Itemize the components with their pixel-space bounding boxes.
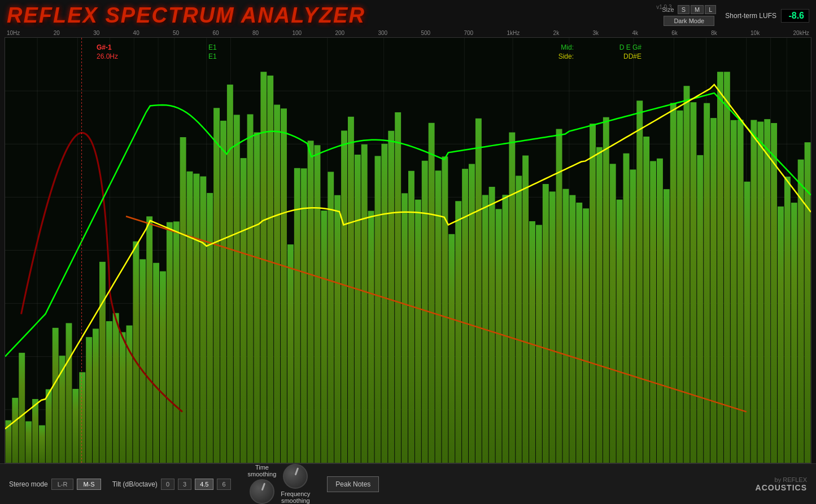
tilt-45-button[interactable]: 4.5 <box>195 479 213 490</box>
freq-smoothing-knob[interactable] <box>283 464 308 489</box>
lufs-value: -8.6 <box>781 9 809 23</box>
freq-smoothing-label: Frequencysmoothing <box>281 490 310 504</box>
spectrum-container: 10dB intervals G#-1 26.0Hz E1 E1 Mid: D … <box>5 37 811 463</box>
freq-8k: 8k <box>711 30 717 36</box>
lufs-label: Short-term LUFS <box>725 12 776 20</box>
freq-200: 200 <box>335 30 344 36</box>
size-m-button[interactable]: M <box>691 5 704 14</box>
freq-50: 50 <box>173 30 179 36</box>
freq-3k: 3k <box>593 30 599 36</box>
freq-labels: 10Hz 20 30 40 50 60 80 100 200 300 500 7… <box>5 30 811 36</box>
freq-6k: 6k <box>671 30 678 36</box>
by-text: by REFLEX <box>756 476 807 483</box>
tilt-label: Tilt (dB/octave) <box>112 480 158 488</box>
freq-700: 700 <box>464 30 473 36</box>
time-smoothing-group: Timesmoothing <box>248 464 277 504</box>
size-s-button[interactable]: S <box>678 5 690 14</box>
freq-10hz: 10Hz <box>7 30 20 36</box>
peak-notes-button[interactable]: Peak Notes <box>327 476 379 492</box>
time-smoothing-label: Timesmoothing <box>248 464 277 477</box>
freq-1khz: 1kHz <box>507 30 520 36</box>
freq-10k: 10k <box>750 30 760 36</box>
branding: by REFLEX ACOUSTICS <box>756 476 807 492</box>
freq-500: 500 <box>421 30 430 36</box>
time-smoothing-knob[interactable] <box>250 479 274 504</box>
tilt-3-button[interactable]: 3 <box>178 479 191 490</box>
tilt-0-button[interactable]: 0 <box>161 479 174 490</box>
app-container: REFLEX SPECTRUM ANALYZER v1.0.3 Size S M… <box>0 0 816 504</box>
stereo-mode-group: Stereo mode L-R M-S <box>9 479 101 490</box>
dark-mode-button[interactable]: Dark Mode <box>664 16 714 26</box>
tilt-6-button[interactable]: 6 <box>217 479 230 490</box>
freq-40: 40 <box>133 30 139 36</box>
freq-300: 300 <box>378 30 387 36</box>
version-label: v1.0.3 <box>656 4 671 10</box>
knob-group: Timesmoothing Frequencysmoothing <box>248 464 311 504</box>
header: REFLEX SPECTRUM ANALYZER v1.0.3 Size S M… <box>0 0 816 30</box>
freq-20khz: 20kHz <box>793 30 809 36</box>
freq-60: 60 <box>213 30 219 36</box>
freq-axis: 10Hz 20 30 40 50 60 80 100 200 300 500 7… <box>0 30 816 37</box>
lufs-container: Short-term LUFS -8.6 <box>725 9 809 23</box>
freq-20: 20 <box>54 30 60 36</box>
freq-100: 100 <box>292 30 302 36</box>
bottom-controls: Stereo mode L-R M-S Tilt (dB/octave) 0 3… <box>0 463 816 504</box>
tilt-group: Tilt (dB/octave) 0 3 4.5 6 <box>112 479 231 490</box>
freq-2k: 2k <box>553 30 560 36</box>
size-l-button[interactable]: L <box>705 5 716 14</box>
brand-name: ACOUSTICS <box>756 483 807 492</box>
freq-smoothing-group: Frequencysmoothing <box>281 464 310 504</box>
stereo-mode-label: Stereo mode <box>9 480 48 488</box>
spectrum-canvas <box>5 38 811 463</box>
spectrum-area[interactable]: G#-1 26.0Hz E1 E1 Mid: D E G# Side: DD#E <box>5 37 811 463</box>
freq-30: 30 <box>93 30 99 36</box>
app-title: REFLEX SPECTRUM ANALYZER <box>7 3 365 28</box>
mode-lr-button[interactable]: L-R <box>51 479 74 490</box>
freq-4k: 4k <box>632 30 638 36</box>
mode-ms-button[interactable]: M-S <box>77 479 101 490</box>
freq-80: 80 <box>252 30 259 36</box>
